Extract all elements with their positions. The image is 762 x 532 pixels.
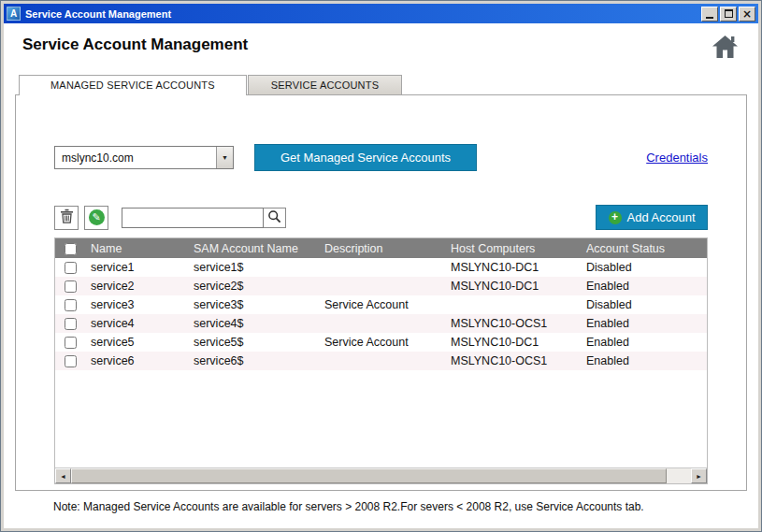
cell-host: MSLYNC10-OCS1 (445, 314, 581, 333)
domain-select-value: mslync10.com (55, 151, 216, 165)
cell-name: service2 (85, 277, 188, 295)
app-icon: A (7, 7, 21, 21)
column-header-description: Description (319, 238, 445, 258)
tab-panel: mslync10.com ▼ Get Managed Service Accou… (15, 94, 747, 491)
note-text: Note: Managed Service Accounts are avail… (53, 500, 747, 513)
table-body: service1service1$MSLYNC10-DC1Disabledser… (55, 258, 707, 370)
window-title: Service Account Management (25, 8, 699, 20)
table-row[interactable]: service1service1$MSLYNC10-DC1Disabled (55, 258, 707, 277)
cell-status: Enabled (581, 277, 707, 295)
cell-name: service4 (85, 314, 188, 333)
table-row[interactable]: service5service5$Service AccountMSLYNC10… (55, 333, 707, 352)
cell-sam: service4$ (188, 314, 319, 333)
column-header-sam-account-name: SAM Account Name (188, 238, 319, 258)
trash-icon (60, 208, 74, 226)
search-button[interactable] (264, 208, 286, 228)
plus-icon: + (609, 211, 622, 224)
credentials-link[interactable]: Credentials (646, 151, 708, 165)
row-checkbox-cell (55, 295, 85, 314)
column-header-host-computers: Host Computers (445, 238, 581, 258)
scrollbar-thumb[interactable] (71, 468, 667, 483)
cell-host: MSLYNC10-OCS1 (445, 352, 581, 370)
scroll-left-icon[interactable]: ◄ (55, 468, 71, 483)
cell-host: MSLYNC10-DC1 (445, 333, 581, 352)
scroll-right-icon[interactable]: ► (691, 468, 707, 483)
table-row[interactable]: service6service6$MSLYNC10-OCS1Enabled (55, 352, 707, 370)
row-checkbox[interactable] (65, 280, 77, 293)
search-input[interactable] (122, 208, 264, 228)
cell-name: service5 (85, 333, 188, 352)
cell-sam: service5$ (188, 333, 319, 352)
cell-host: MSLYNC10-DC1 (445, 258, 581, 277)
tab-service-accounts[interactable]: SERVICE ACCOUNTS (248, 75, 402, 94)
page-title: Service Account Management (22, 36, 248, 54)
column-header-account-status: Account Status (581, 238, 707, 258)
cell-description: Service Account (319, 333, 445, 352)
cell-host (445, 295, 581, 314)
row-checkbox[interactable] (65, 318, 77, 330)
row-checkbox-cell (55, 258, 85, 277)
window-content: Service Account Management MANAGED SERVI… (4, 23, 758, 528)
cell-description (319, 314, 445, 333)
search-group (122, 208, 286, 228)
cell-host: MSLYNC10-DC1 (445, 277, 581, 295)
chevron-down-icon[interactable]: ▼ (216, 147, 233, 168)
table-row[interactable]: service4service4$MSLYNC10-OCS1Enabled (55, 314, 707, 333)
get-managed-service-accounts-button[interactable]: Get Managed Service Accounts (254, 144, 477, 171)
search-icon (267, 209, 281, 226)
delete-button[interactable] (54, 206, 79, 230)
horizontal-scrollbar[interactable]: ◄ ► (55, 467, 707, 483)
cell-name: service6 (85, 352, 188, 370)
cell-status: Enabled (581, 352, 707, 370)
row-checkbox-cell (55, 352, 85, 370)
table-row[interactable]: service2service2$MSLYNC10-DC1Enabled (55, 277, 707, 295)
row-checkbox-cell (55, 333, 85, 352)
table-row[interactable]: service3service3$Service AccountDisabled (55, 295, 707, 314)
controls-row: mslync10.com ▼ Get Managed Service Accou… (54, 144, 708, 171)
select-all-checkbox[interactable] (65, 243, 77, 255)
row-checkbox-cell (55, 314, 85, 333)
cell-description: Service Account (319, 295, 445, 314)
cell-description (319, 352, 445, 370)
cell-status: Disabled (581, 295, 707, 314)
app-window: A Service Account Management × Service A… (0, 0, 762, 532)
cell-status: Enabled (581, 333, 707, 352)
home-icon (712, 47, 738, 61)
add-account-button[interactable]: + Add Account (596, 205, 708, 230)
edit-button[interactable]: ✎ (84, 206, 108, 230)
window-titlebar[interactable]: A Service Account Management × (4, 4, 758, 23)
row-checkbox[interactable] (65, 299, 77, 311)
cell-description (319, 277, 445, 295)
minimize-button[interactable] (701, 7, 718, 22)
row-checkbox[interactable] (65, 355, 77, 367)
column-header-name: Name (85, 238, 188, 258)
maximize-icon (725, 9, 733, 18)
cell-sam: service1$ (188, 258, 319, 277)
cell-sam: service2$ (188, 277, 319, 295)
maximize-button[interactable] (720, 7, 737, 22)
edit-icon: ✎ (89, 209, 105, 225)
cell-description (319, 258, 445, 277)
cell-name: service1 (85, 258, 188, 277)
select-all-cell (55, 238, 85, 258)
toolbar-row: ✎ + Add Account (54, 205, 708, 230)
close-icon: × (742, 8, 752, 20)
page-header: Service Account Management (4, 23, 758, 61)
table-header-row: Name SAM Account Name Description Host C… (55, 238, 707, 258)
home-button[interactable] (712, 36, 738, 61)
row-checkbox-cell (55, 277, 85, 295)
tab-managed-service-accounts[interactable]: MANAGED SERVICE ACCOUNTS (19, 75, 247, 95)
accounts-table: Name SAM Account Name Description Host C… (54, 237, 708, 484)
domain-select[interactable]: mslync10.com ▼ (54, 146, 234, 169)
minimize-icon (706, 17, 713, 19)
window-controls: × (699, 7, 755, 22)
cell-status: Enabled (581, 314, 707, 333)
cell-status: Disabled (581, 258, 707, 277)
row-checkbox[interactable] (65, 262, 77, 274)
cell-sam: service3$ (188, 295, 319, 314)
cell-sam: service6$ (188, 352, 319, 370)
tab-bar: MANAGED SERVICE ACCOUNTS SERVICE ACCOUNT… (19, 75, 758, 94)
add-account-label: Add Account (627, 210, 696, 224)
close-button[interactable]: × (739, 7, 755, 22)
row-checkbox[interactable] (65, 337, 77, 349)
